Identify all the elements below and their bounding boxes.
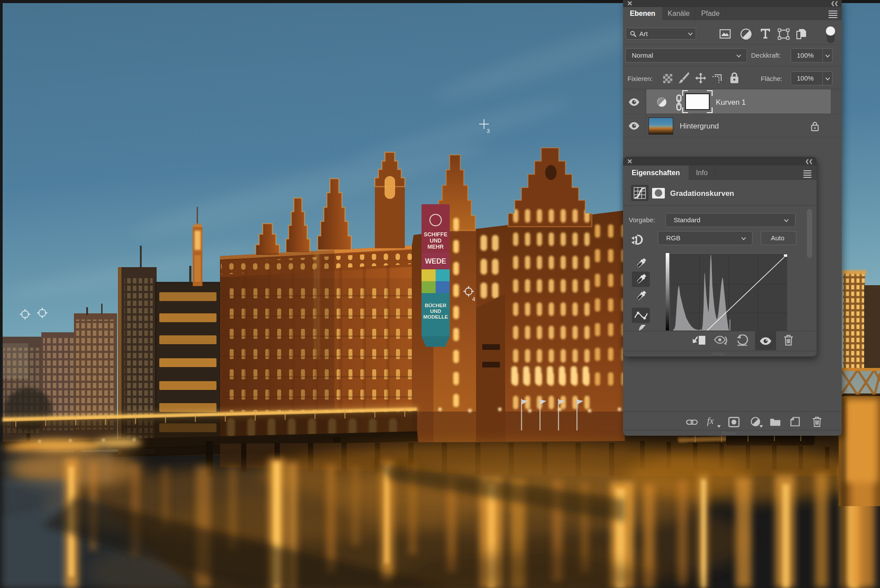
svg-text:BÜCHER: BÜCHER bbox=[425, 303, 447, 308]
svg-text:SCHIFFE: SCHIFFE bbox=[424, 232, 447, 238]
svg-text:WEDE: WEDE bbox=[425, 257, 446, 265]
svg-text:MEHR: MEHR bbox=[428, 244, 444, 250]
svg-text:3: 3 bbox=[487, 128, 490, 134]
svg-text:MODELLE: MODELLE bbox=[423, 314, 448, 320]
svg-text:UND: UND bbox=[429, 238, 441, 244]
svg-text:4: 4 bbox=[472, 296, 475, 302]
svg-text:UND: UND bbox=[430, 309, 441, 314]
